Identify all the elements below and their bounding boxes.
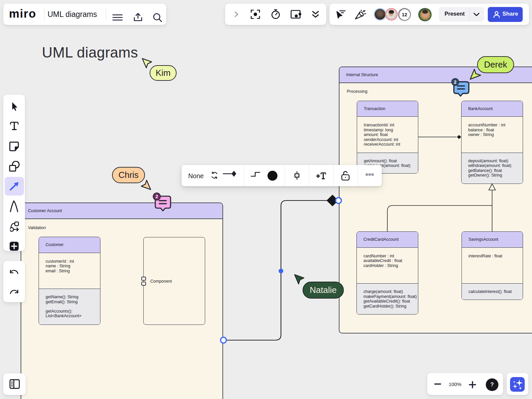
svg-text:2: 2	[454, 79, 457, 85]
svg-text:2: 2	[155, 194, 158, 199]
